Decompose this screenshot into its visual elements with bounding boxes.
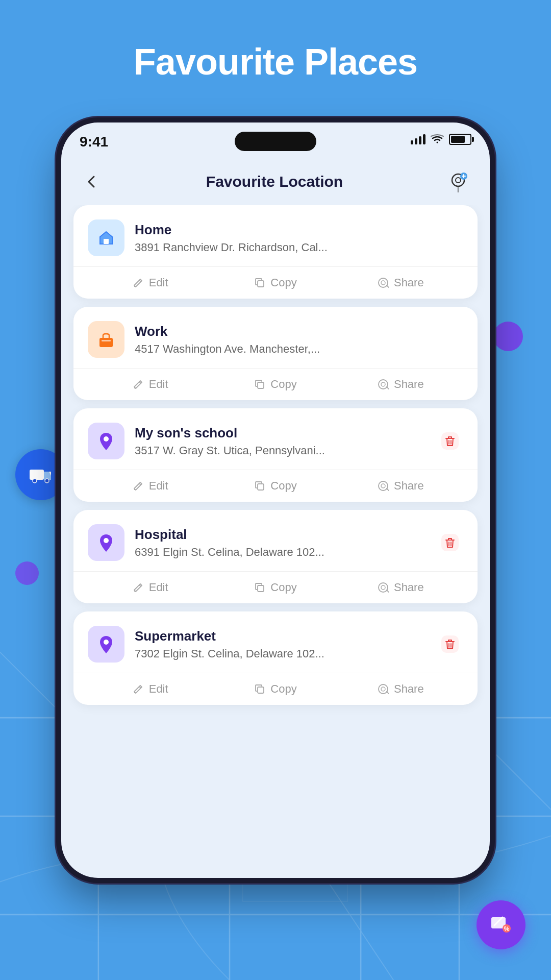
svg-rect-58 — [258, 687, 264, 693]
hospital-delete-button[interactable] — [437, 529, 463, 556]
svg-rect-55 — [441, 635, 459, 653]
home-address: 3891 Ranchview Dr. Richardson, Cal... — [135, 241, 463, 254]
card-top-hospital: Hospital 6391 Elgin St. Celina, Delaware… — [88, 524, 463, 571]
school-edit-action[interactable]: Edit — [88, 479, 213, 493]
hospital-share-action[interactable]: Share — [338, 581, 463, 594]
svg-point-54 — [104, 640, 109, 645]
hospital-icon — [88, 524, 124, 561]
svg-point-51 — [379, 583, 388, 592]
deco-delivery-icon — [15, 449, 66, 500]
work-share-action[interactable]: Share — [338, 378, 463, 391]
edit-icon — [133, 379, 144, 390]
location-card-work: Work 4517 Washington Ave. Manchester,...… — [73, 307, 478, 400]
svg-line-37 — [387, 387, 389, 389]
card-top-supermarket: Supermarket 7302 Elgin St. Celina, Delaw… — [88, 626, 463, 673]
svg-rect-27 — [104, 239, 109, 244]
work-info: Work 4517 Washington Ave. Manchester,... — [135, 324, 463, 356]
home-info: Home 3891 Ranchview Dr. Richardson, Cal.… — [135, 222, 463, 254]
svg-point-59 — [379, 684, 388, 694]
copy-icon — [254, 582, 265, 593]
school-name: My son's school — [135, 425, 427, 441]
svg-rect-28 — [258, 281, 264, 287]
supermarket-address: 7302 Elgin St. Celina, Delaware 102... — [135, 647, 427, 660]
home-actions: Edit Copy Share — [88, 267, 463, 299]
signal-icon — [411, 134, 425, 144]
share-icon — [378, 379, 389, 390]
work-name: Work — [135, 324, 463, 339]
svg-line-45 — [387, 488, 389, 491]
svg-line-53 — [387, 590, 389, 592]
svg-point-43 — [379, 481, 388, 491]
share-icon — [378, 582, 389, 593]
svg-line-31 — [387, 285, 389, 287]
svg-point-30 — [381, 281, 385, 285]
edit-icon — [133, 582, 144, 593]
back-button[interactable] — [80, 169, 104, 194]
work-icon — [88, 321, 124, 358]
svg-rect-14 — [30, 470, 44, 480]
svg-point-29 — [379, 278, 388, 287]
school-copy-action[interactable]: Copy — [213, 479, 338, 493]
school-info: My son's school 3517 W. Gray St. Utica, … — [135, 425, 427, 457]
school-delete-button[interactable] — [437, 428, 463, 454]
hospital-edit-action[interactable]: Edit — [88, 581, 213, 594]
card-top-work: Work 4517 Washington Ave. Manchester,... — [88, 321, 463, 368]
battery-icon — [449, 134, 471, 145]
svg-rect-39 — [441, 432, 459, 450]
page-title: Favourite Places — [0, 41, 551, 83]
copy-icon — [254, 379, 265, 390]
svg-text:%: % — [504, 925, 510, 933]
status-icons — [411, 134, 471, 145]
add-location-button[interactable] — [445, 168, 471, 195]
supermarket-edit-action[interactable]: Edit — [88, 682, 213, 696]
supermarket-share-action[interactable]: Share — [338, 682, 463, 696]
phone-frame: 9:41 — [61, 122, 490, 878]
edit-icon — [133, 277, 144, 288]
deco-circle-purple-1 — [493, 322, 523, 351]
fab-button[interactable]: % — [477, 900, 525, 949]
svg-point-46 — [104, 538, 109, 543]
supermarket-delete-button[interactable] — [437, 631, 463, 657]
supermarket-info: Supermarket 7302 Elgin St. Celina, Delaw… — [135, 628, 427, 660]
home-name: Home — [135, 222, 463, 238]
hospital-address: 6391 Elgin St. Celina, Delaware 102... — [135, 546, 427, 559]
svg-rect-47 — [441, 534, 459, 551]
work-edit-action[interactable]: Edit — [88, 378, 213, 391]
work-actions: Edit Copy Share — [88, 369, 463, 400]
locations-list: Home 3891 Ranchview Dr. Richardson, Cal.… — [61, 205, 490, 878]
share-icon — [378, 480, 389, 492]
dynamic-island — [235, 132, 316, 151]
location-card-hospital: Hospital 6391 Elgin St. Celina, Delaware… — [73, 510, 478, 603]
edit-icon — [133, 683, 144, 695]
wifi-icon — [431, 134, 444, 144]
svg-rect-33 — [102, 340, 111, 341]
school-address: 3517 W. Gray St. Utica, Pennsylvani... — [135, 444, 427, 457]
nav-header: Favourite Location — [61, 163, 490, 205]
home-edit-action[interactable]: Edit — [88, 276, 213, 289]
share-icon — [378, 683, 389, 695]
svg-point-38 — [104, 436, 109, 442]
share-icon — [378, 277, 389, 288]
home-share-action[interactable]: Share — [338, 276, 463, 289]
home-copy-action[interactable]: Copy — [213, 276, 338, 289]
svg-point-44 — [381, 484, 385, 488]
hospital-actions: Edit Copy Share — [88, 572, 463, 603]
location-card-school: My son's school 3517 W. Gray St. Utica, … — [73, 408, 478, 502]
work-copy-action[interactable]: Copy — [213, 378, 338, 391]
home-icon — [88, 219, 124, 256]
svg-point-15 — [33, 479, 37, 483]
svg-point-16 — [45, 479, 49, 483]
supermarket-actions: Edit Copy Share — [88, 673, 463, 705]
copy-icon — [254, 480, 265, 492]
school-share-action[interactable]: Share — [338, 479, 463, 493]
svg-rect-50 — [258, 585, 264, 592]
card-top-home: Home 3891 Ranchview Dr. Richardson, Cal.… — [88, 219, 463, 266]
svg-rect-32 — [99, 338, 113, 347]
svg-point-22 — [456, 178, 461, 183]
deco-circle-purple-2 — [15, 561, 39, 585]
copy-icon — [254, 683, 265, 695]
location-card-supermarket: Supermarket 7302 Elgin St. Celina, Delaw… — [73, 611, 478, 705]
school-actions: Edit Copy Share — [88, 470, 463, 502]
hospital-copy-action[interactable]: Copy — [213, 581, 338, 594]
supermarket-copy-action[interactable]: Copy — [213, 682, 338, 696]
